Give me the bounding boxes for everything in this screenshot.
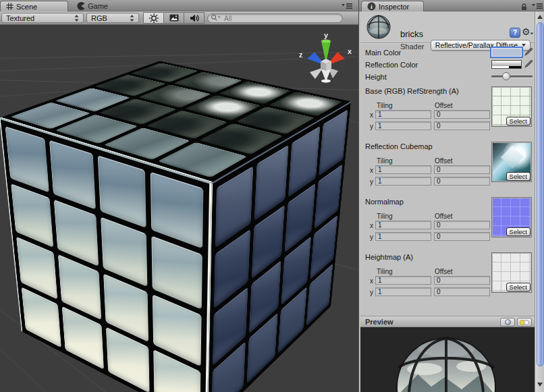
scene-search-input[interactable] bbox=[207, 13, 343, 23]
tiling-x-input[interactable] bbox=[375, 221, 431, 229]
offset-x-input[interactable] bbox=[434, 165, 490, 174]
tiling-y-input[interactable] bbox=[375, 121, 431, 130]
tiling-x-input[interactable] bbox=[375, 165, 431, 174]
select-texture-button[interactable]: Select bbox=[506, 283, 531, 291]
height-slider-thumb[interactable] bbox=[502, 72, 510, 80]
tiling-header: Tiling bbox=[377, 102, 393, 109]
eyedropper-icon[interactable] bbox=[524, 47, 533, 57]
x-axis-label: x bbox=[370, 277, 373, 285]
offset-x-input[interactable] bbox=[434, 221, 490, 229]
material-name: bricks bbox=[400, 29, 423, 39]
scene-panel-menu-icon[interactable] bbox=[342, 3, 353, 9]
select-texture-button[interactable]: Select bbox=[506, 227, 531, 236]
chevron-down-icon bbox=[530, 33, 533, 35]
tiling-header: Tiling bbox=[377, 213, 393, 220]
offset-header: Offset bbox=[435, 102, 453, 109]
offset-header: Offset bbox=[435, 213, 453, 220]
scroll-up-arrow[interactable] bbox=[537, 15, 543, 19]
gizmo-y-axis-cone-base bbox=[321, 39, 331, 43]
texture-section-title: Base (RGB) RefStrength (A) bbox=[365, 87, 459, 95]
offset-y-input[interactable] bbox=[434, 232, 490, 241]
gizmo-x-label: x bbox=[348, 47, 352, 55]
tiling-y-input[interactable] bbox=[375, 287, 431, 296]
heightmap-texture-thumbnail[interactable]: Select bbox=[491, 252, 532, 293]
tiling-header: Tiling bbox=[377, 157, 393, 165]
tiling-x-input[interactable] bbox=[375, 276, 431, 285]
offset-x-input[interactable] bbox=[434, 276, 490, 285]
scrollbar-thumb[interactable] bbox=[537, 22, 544, 366]
preview-lighting-toggle[interactable] bbox=[517, 318, 532, 327]
offset-y-input[interactable] bbox=[434, 177, 490, 186]
scroll-down-arrow[interactable] bbox=[537, 383, 543, 387]
tiling-y-input[interactable] bbox=[375, 232, 431, 241]
material-preview-area[interactable] bbox=[360, 327, 535, 392]
updown-arrows-icon bbox=[130, 14, 134, 22]
render-mode-value: Textured bbox=[6, 14, 74, 22]
texture-section-normalmap: Normalmap Select Tiling Offset x y bbox=[360, 198, 535, 245]
speaker-icon bbox=[189, 13, 200, 24]
height-slider-track[interactable] bbox=[491, 76, 533, 78]
scene-orientation-gizmo[interactable]: y x z bbox=[293, 28, 358, 84]
scene-toolbar: Textured RGB bbox=[0, 11, 358, 25]
reflection-color-label: Reflection Color bbox=[365, 61, 418, 69]
scene-lighting-toggle[interactable] bbox=[143, 12, 164, 24]
gizmo-neg-axis-cone[interactable] bbox=[328, 67, 338, 78]
tab-scene[interactable]: Scene bbox=[0, 1, 68, 11]
offset-x-input[interactable] bbox=[434, 110, 490, 119]
main-color-swatch[interactable] bbox=[491, 48, 522, 57]
channel-mode-dropdown[interactable]: RGB bbox=[86, 13, 139, 23]
offset-y-input[interactable] bbox=[434, 287, 490, 296]
gizmo-y-label: y bbox=[324, 31, 329, 39]
offset-header: Offset bbox=[435, 268, 453, 275]
preview-mesh-button[interactable] bbox=[500, 318, 515, 327]
updown-arrows-icon bbox=[74, 14, 79, 22]
inspector-lock-icon[interactable] bbox=[520, 3, 528, 11]
x-axis-label: x bbox=[370, 222, 373, 229]
game-pacman-icon bbox=[77, 2, 85, 10]
texture-section-base: Base (RGB) RefStrength (A) Select Tiling… bbox=[360, 87, 535, 134]
scene-skybox-toggle[interactable] bbox=[163, 12, 184, 24]
y-axis-label: y bbox=[370, 289, 373, 296]
scene-grid-line bbox=[0, 346, 57, 392]
offset-y-input[interactable] bbox=[434, 121, 490, 130]
help-button[interactable]: ? bbox=[510, 28, 520, 38]
x-axis-label: x bbox=[370, 111, 373, 119]
help-icon-glyph: ? bbox=[513, 29, 517, 36]
tiling-y-input[interactable] bbox=[375, 177, 431, 186]
select-texture-button[interactable]: Select bbox=[506, 172, 531, 181]
sun-icon bbox=[148, 13, 159, 24]
scene-audio-toggle[interactable] bbox=[184, 12, 205, 24]
gear-icon: ⚙ bbox=[522, 26, 531, 38]
texture-section-title: Reflection Cubemap bbox=[365, 142, 433, 150]
base-texture-thumbnail[interactable]: Select bbox=[491, 86, 532, 127]
inspector-panel: i Inspector bbox=[358, 0, 544, 392]
scene-cube-object[interactable] bbox=[88, 86, 291, 360]
tab-game[interactable]: Game bbox=[72, 1, 126, 11]
reflection-color-swatch[interactable] bbox=[491, 60, 522, 69]
eyedropper-icon[interactable] bbox=[524, 59, 533, 69]
render-mode-dropdown[interactable]: Textured bbox=[1, 13, 84, 23]
tab-inspector[interactable]: i Inspector bbox=[361, 1, 424, 11]
texture-section-heightmap: Heightmap (A) Select Tiling Offset x y bbox=[360, 253, 535, 300]
inspector-panel-menu-icon[interactable] bbox=[532, 3, 543, 9]
select-texture-button[interactable]: Select bbox=[506, 117, 531, 125]
scene-viewport[interactable]: y x z bbox=[0, 25, 358, 392]
light-off-icon bbox=[524, 320, 529, 325]
offset-header: Offset bbox=[435, 157, 453, 165]
y-axis-label: y bbox=[370, 233, 373, 241]
tiling-header: Tiling bbox=[377, 268, 393, 275]
y-axis-label: y bbox=[370, 123, 373, 130]
main-color-label: Main Color bbox=[365, 49, 401, 57]
preview-sphere bbox=[360, 327, 535, 392]
normalmap-texture-thumbnail[interactable]: Select bbox=[491, 197, 532, 237]
tab-game-label: Game bbox=[88, 2, 108, 10]
inspector-scrollbar[interactable] bbox=[535, 11, 544, 392]
height-label: Height bbox=[365, 73, 387, 81]
unity-editor-window: Scene Game Textured RGB bbox=[0, 0, 544, 392]
cubemap-texture-thumbnail[interactable]: Select bbox=[491, 142, 532, 182]
tiling-x-input[interactable] bbox=[375, 110, 431, 119]
preview-titlebar[interactable]: Preview bbox=[360, 316, 535, 327]
gizmo-neg-axis-cone[interactable] bbox=[310, 67, 323, 79]
tab-scene-label: Scene bbox=[16, 3, 37, 11]
chevron-down-icon bbox=[522, 44, 526, 47]
